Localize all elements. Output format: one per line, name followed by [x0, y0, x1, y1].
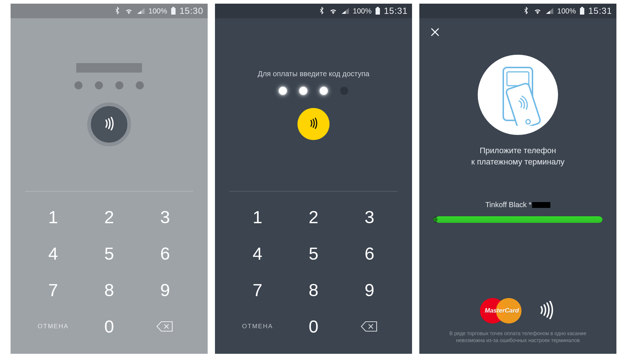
svg-rect-3: [377, 7, 379, 8]
svg-rect-8: [505, 83, 541, 126]
contactless-icon: [100, 115, 118, 134]
screen-pin-locked: 100% 15:30: [11, 4, 208, 354]
signal-icon: [341, 8, 349, 14]
key-8[interactable]: 8: [81, 272, 137, 308]
terminal-illustration: [478, 55, 558, 135]
screen-pin-entry: 100% 15:31 Для оплаты введите код доступ…: [215, 4, 412, 354]
key-6[interactable]: 6: [137, 235, 193, 272]
key-9[interactable]: 9: [342, 272, 397, 308]
instruction-placeholder: [76, 63, 142, 73]
msg-line1: Приложите телефон: [480, 146, 556, 155]
contactless-icon: [306, 116, 321, 132]
backspace-icon: [156, 317, 174, 337]
pin-area: 1 2 3 4 5 6 7 8 9 ОТМЕНА 0: [11, 18, 208, 354]
card-label: Tinkoff Black *: [430, 201, 605, 209]
battery-icon: [171, 7, 176, 15]
keypad: 1 2 3 4 5 6 7 8 9 ОТМЕНА 0: [11, 191, 208, 354]
battery-percent: 100%: [149, 7, 167, 15]
clock: 15:31: [384, 6, 408, 16]
key-7[interactable]: 7: [25, 272, 81, 308]
progress-bar: [433, 216, 603, 223]
pin-dot-filled: [299, 87, 307, 95]
pin-dot-filled: [279, 87, 287, 95]
nfc-button-wrap: [297, 108, 330, 140]
battery-percent: 100%: [557, 7, 576, 15]
key-cancel[interactable]: ОТМЕНА: [25, 308, 81, 345]
pin-dot: [340, 87, 348, 95]
screen-tap-to-pay: 100% 15:31: [419, 4, 616, 354]
clock: 15:31: [588, 6, 612, 16]
key-7[interactable]: 7: [230, 272, 285, 308]
pin-dot-filled: [320, 87, 328, 95]
card-number-redacted: [532, 202, 550, 208]
pin-dots: [74, 81, 144, 89]
pin-area: Для оплаты введите код доступа: [215, 18, 412, 354]
key-backspace[interactable]: [137, 308, 193, 345]
bluetooth-icon: [523, 7, 530, 15]
key-6[interactable]: 6: [342, 235, 397, 272]
key-cancel[interactable]: ОТМЕНА: [230, 308, 285, 345]
key-2[interactable]: 2: [81, 199, 137, 235]
pin-dot: [136, 81, 144, 89]
keypad: 1 2 3 4 5 6 7 8 9 ОТМЕНА 0: [215, 191, 412, 354]
wifi-icon: [124, 7, 133, 15]
svg-rect-5: [581, 7, 583, 8]
contactless-icon: [535, 301, 556, 321]
bluetooth-icon: [114, 7, 121, 15]
svg-rect-1: [172, 7, 174, 8]
nfc-button-wrap: [87, 102, 131, 146]
battery-icon: [580, 7, 585, 15]
key-3[interactable]: 3: [137, 199, 193, 235]
signal-icon: [137, 8, 145, 14]
nfc-button[interactable]: [87, 102, 131, 146]
disclaimer-line1: В ряде торговых точек оплата телефоном в…: [449, 330, 586, 336]
signal-icon: [546, 8, 554, 14]
battery-percent: 100%: [353, 7, 372, 15]
wifi-icon: [329, 7, 338, 15]
pin-top: [11, 18, 208, 191]
key-0[interactable]: 0: [81, 308, 137, 345]
tap-instruction: Приложите телефон к платежному терминалу: [430, 145, 605, 168]
key-0[interactable]: 0: [285, 308, 341, 345]
key-5[interactable]: 5: [285, 235, 341, 272]
svg-rect-2: [376, 8, 380, 15]
status-bar: 100% 15:31: [215, 4, 412, 18]
progress-fill: [435, 216, 603, 223]
key-1[interactable]: 1: [230, 199, 285, 235]
key-4[interactable]: 4: [25, 235, 81, 272]
close-icon: [430, 27, 440, 38]
key-5[interactable]: 5: [81, 235, 137, 272]
key-3[interactable]: 3: [342, 199, 397, 235]
bluetooth-icon: [319, 7, 325, 15]
card-name: Tinkoff Black *: [485, 201, 532, 209]
close-button[interactable]: [430, 26, 445, 40]
progress-nub: [433, 217, 438, 222]
clock: 15:30: [180, 6, 203, 16]
key-2[interactable]: 2: [285, 199, 341, 235]
key-8[interactable]: 8: [285, 272, 341, 308]
key-backspace[interactable]: [342, 308, 397, 345]
instruction-label: Для оплаты введите код доступа: [258, 70, 369, 78]
key-4[interactable]: 4: [230, 235, 285, 272]
msg-line2: к платежному терминалу: [471, 157, 565, 166]
svg-rect-4: [580, 8, 584, 15]
pin-dot: [74, 81, 82, 89]
disclaimer-line2: невозможна из-за ошибочных настроек терм…: [456, 337, 580, 343]
mastercard-logo: MasterCard: [480, 298, 524, 324]
status-bar: 100% 15:30: [11, 4, 208, 18]
illustration-wrap: [430, 55, 605, 135]
brand-row: MasterCard: [430, 298, 605, 324]
mastercard-text: MasterCard: [480, 307, 524, 314]
pin-dot: [95, 81, 103, 89]
battery-icon: [375, 7, 380, 15]
status-bar: 100% 15:31: [419, 4, 616, 18]
key-1[interactable]: 1: [25, 199, 81, 235]
pin-dots: [279, 87, 348, 95]
tap-to-pay-body: Приложите телефон к платежному терминалу…: [419, 18, 616, 354]
key-9[interactable]: 9: [137, 272, 193, 308]
wifi-icon: [533, 7, 542, 15]
backspace-icon: [361, 317, 378, 337]
svg-rect-0: [171, 8, 176, 15]
disclaimer: В ряде торговых точек оплата телефоном в…: [430, 330, 605, 346]
nfc-button[interactable]: [297, 108, 330, 140]
